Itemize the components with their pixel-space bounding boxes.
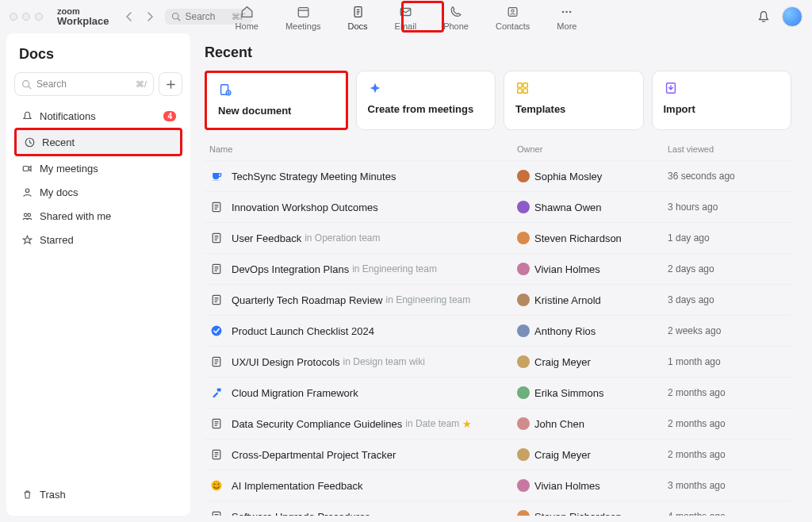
sidebar-item-label: My meetings — [40, 163, 98, 175]
table-row[interactable]: AI Implementation Feedback Vivian Holmes… — [205, 470, 791, 501]
sidebar-add-button[interactable] — [159, 72, 182, 96]
main-panel: Recent New document Create from meetings… — [190, 33, 806, 516]
new-doc-icon — [218, 83, 232, 97]
doc-title: UX/UI Design Protocols — [232, 356, 340, 368]
sparkle-icon — [368, 81, 382, 95]
notifications-bell-icon[interactable] — [756, 10, 771, 24]
doc-title: Software Upgrade Procedures — [232, 511, 370, 516]
bell-icon — [21, 109, 33, 122]
table-row[interactable]: Data Security Compliance Guidelines in D… — [205, 408, 791, 439]
col-viewed[interactable]: Last viewed — [668, 144, 787, 154]
doc-context: in Date team — [405, 418, 459, 429]
owner-avatar — [517, 448, 530, 461]
owner-name: Sophia Mosley — [534, 171, 602, 182]
sidebar-item-trash[interactable]: Trash — [14, 482, 182, 506]
window-controls[interactable] — [10, 13, 43, 21]
phone-icon — [448, 4, 464, 20]
search-placeholder: Search — [186, 11, 216, 22]
table-row[interactable]: Software Upgrade Procedures Steven Richa… — [205, 501, 791, 516]
col-name[interactable]: Name — [209, 144, 517, 154]
sidebar-item-starred[interactable]: Starred — [14, 228, 182, 251]
svg-point-22 — [212, 179, 220, 181]
last-viewed: 4 months ago — [668, 511, 787, 516]
owner-avatar — [517, 355, 530, 368]
svg-rect-35 — [213, 512, 220, 516]
svg-point-9 — [23, 80, 29, 86]
table-header: Name Owner Last viewed — [205, 136, 791, 160]
col-owner[interactable]: Owner — [517, 144, 668, 154]
owner-name: Anthony Rios — [534, 325, 596, 337]
table-row[interactable]: Product Launch Checklist 2024 Anthony Ri… — [205, 315, 791, 346]
doc-context: in Design team wiki — [343, 356, 425, 367]
doc-title: Quarterly Tech Roadmap Review — [232, 294, 383, 306]
star-icon — [21, 233, 33, 246]
topnav-home[interactable]: Home — [231, 1, 263, 33]
last-viewed: 2 weeks ago — [668, 325, 787, 336]
owner-avatar — [517, 232, 530, 244]
doc-context: in Engineering team — [352, 263, 437, 274]
clock-icon — [23, 136, 36, 148]
table-row[interactable]: DevOps Integration Plans in Engineering … — [205, 253, 791, 284]
topnav-docs[interactable]: Docs — [343, 1, 373, 33]
doc-title: Innovation Workshop Outcomes — [232, 202, 378, 213]
card-create-from-meetings[interactable]: Create from meetings — [356, 71, 496, 130]
topnav-email[interactable]: Email — [390, 1, 422, 33]
table-row[interactable]: UX/UI Design Protocols in Design team wi… — [205, 346, 791, 377]
owner-avatar — [517, 510, 530, 516]
card-new-document[interactable]: New document — [205, 71, 348, 130]
contacts-icon — [505, 4, 521, 20]
sidebar-item-my-docs[interactable]: My docs — [14, 180, 182, 204]
sidebar-title: Docs — [19, 46, 178, 63]
sidebar-item-label: Shared with me — [40, 210, 111, 222]
sidebar-item-recent[interactable]: Recent — [14, 128, 182, 156]
topnav-meetings[interactable]: Meetings — [281, 1, 326, 33]
owner-name: Erika Simmons — [534, 387, 603, 399]
svg-rect-11 — [23, 166, 29, 171]
svg-point-33 — [214, 483, 216, 485]
profile-avatar[interactable] — [782, 6, 802, 27]
docs-icon — [350, 4, 366, 20]
nav-forward-button[interactable] — [141, 8, 159, 25]
sidebar-search[interactable]: Search ⌘/ — [14, 72, 154, 96]
last-viewed: 36 seconds ago — [668, 171, 787, 182]
sidebar-item-label: Trash — [40, 489, 66, 501]
table-row[interactable]: Quarterly Tech Roadmap Review in Enginee… — [205, 284, 791, 315]
templates-icon — [515, 81, 530, 95]
table-row[interactable]: User Feedback in Operation team Steven R… — [205, 222, 791, 253]
svg-point-0 — [172, 13, 178, 20]
doc-type-icon — [209, 509, 224, 516]
svg-rect-29 — [217, 388, 221, 391]
table-row[interactable]: TechSync Strategy Meeting Minutes Sophia… — [205, 160, 791, 191]
doc-title: Data Security Compliance Guidelines — [232, 418, 402, 430]
video-icon — [21, 162, 33, 175]
doc-title: Product Launch Checklist 2024 — [232, 325, 374, 337]
table-row[interactable]: Cloud Migration Framework Erika Simmons … — [205, 377, 791, 408]
sidebar-item-shared[interactable]: Shared with me — [14, 204, 182, 228]
history-nav — [121, 8, 159, 25]
sidebar-item-notifications[interactable]: Notifications 4 — [14, 104, 182, 128]
sidebar-item-my-meetings[interactable]: My meetings — [14, 156, 182, 180]
topnav-more[interactable]: More — [552, 1, 581, 33]
owner-name: Craig Meyer — [534, 449, 591, 461]
card-templates[interactable]: Templates — [504, 71, 644, 130]
last-viewed: 2 days ago — [668, 263, 787, 274]
table-row[interactable]: Innovation Workshop Outcomes Shawna Owen… — [205, 191, 791, 222]
topnav-phone[interactable]: Phone — [439, 1, 473, 33]
owner-name: Steven Richardson — [534, 511, 622, 516]
mail-icon — [397, 4, 413, 20]
svg-point-32 — [212, 481, 222, 491]
card-import[interactable]: Import — [652, 71, 792, 130]
table-row[interactable]: Cross-Departmental Project Tracker Craig… — [205, 439, 791, 470]
owner-avatar — [517, 170, 530, 182]
last-viewed: 2 months ago — [668, 449, 787, 460]
doc-type-icon — [209, 169, 224, 183]
plus-icon — [166, 79, 176, 90]
doc-context: in Operation team — [304, 232, 380, 244]
owner-name: Shawna Owen — [534, 202, 602, 213]
nav-back-button[interactable] — [121, 8, 138, 25]
topnav-contacts[interactable]: Contacts — [491, 1, 534, 33]
calendar-icon — [295, 4, 311, 20]
owner-name: Vivian Holmes — [534, 480, 600, 492]
svg-rect-19 — [518, 89, 522, 93]
page-title: Recent — [205, 44, 791, 61]
